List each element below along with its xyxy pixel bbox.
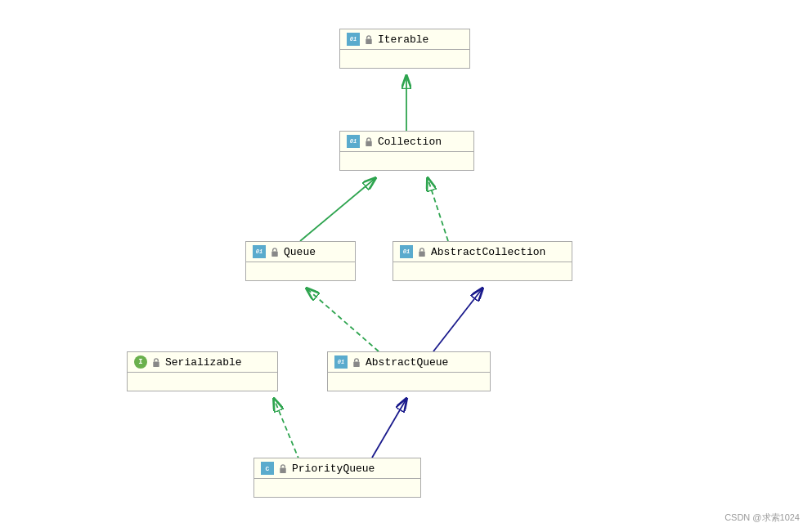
svg-line-8 [372, 399, 406, 458]
svg-line-3 [300, 178, 375, 241]
box-abstractcollection: 01 AbstractCollection [393, 241, 572, 281]
svg-rect-15 [280, 467, 285, 473]
box-serializable: I Serializable [127, 351, 278, 391]
box-collection-label: Collection [378, 136, 442, 148]
box-abstractcollection-header: 01 AbstractCollection [393, 242, 572, 262]
box-queue-label: Queue [284, 246, 316, 258]
icon-abstractqueue: 01 [334, 355, 348, 369]
icon-serializable: I [134, 355, 147, 369]
box-serializable-header: I Serializable [128, 352, 277, 373]
watermark: CSDN @求索1024 [725, 512, 800, 524]
lock-icon-abstractcollection [417, 247, 427, 257]
svg-line-4 [428, 178, 448, 241]
icon-collection: 01 [347, 135, 360, 148]
box-abstractqueue: 01 AbstractQueue [327, 351, 491, 391]
diagram-container: 01 Iterable 01 Collection 01 [0, 0, 812, 532]
svg-rect-14 [353, 361, 359, 367]
box-queue-header: 01 Queue [246, 242, 355, 262]
box-serializable-label: Serializable [165, 356, 242, 369]
svg-rect-11 [271, 251, 277, 257]
svg-rect-13 [153, 361, 159, 367]
box-iterable-body [340, 50, 469, 68]
lock-icon-collection [364, 136, 374, 147]
box-iterable: 01 Iterable [339, 29, 470, 69]
box-collection-body [340, 152, 473, 170]
box-abstractqueue-header: 01 AbstractQueue [328, 352, 490, 373]
icon-priorityqueue: C [261, 462, 274, 475]
icon-queue: 01 [253, 245, 266, 258]
box-iterable-label: Iterable [378, 34, 428, 46]
lock-icon-iterable [364, 34, 374, 45]
box-queue: 01 Queue [245, 241, 356, 281]
box-collection-header: 01 Collection [340, 132, 473, 152]
box-priorityqueue-label: PriorityQueue [292, 463, 375, 475]
lock-icon-priorityqueue [278, 463, 288, 474]
box-abstractqueue-body [328, 373, 490, 391]
icon-iterable: 01 [347, 33, 360, 46]
svg-line-5 [307, 288, 379, 351]
box-priorityqueue-header: C PriorityQueue [254, 458, 420, 479]
lock-icon-queue [270, 247, 280, 257]
box-iterable-header: 01 Iterable [340, 29, 469, 50]
svg-rect-9 [366, 38, 371, 43]
box-priorityqueue-body [254, 479, 420, 497]
lock-icon-serializable [151, 357, 161, 368]
box-serializable-body [128, 373, 277, 391]
box-queue-body [246, 262, 355, 280]
icon-abstractcollection: 01 [400, 245, 413, 258]
lock-icon-abstractqueue [352, 357, 361, 368]
svg-line-6 [433, 288, 482, 351]
svg-rect-12 [419, 251, 424, 257]
box-collection: 01 Collection [339, 131, 474, 171]
box-abstractqueue-label: AbstractQueue [366, 356, 448, 369]
box-abstractcollection-label: AbstractCollection [431, 246, 545, 258]
box-abstractcollection-body [393, 262, 572, 280]
svg-rect-10 [366, 141, 371, 146]
box-priorityqueue: C PriorityQueue [253, 458, 421, 498]
